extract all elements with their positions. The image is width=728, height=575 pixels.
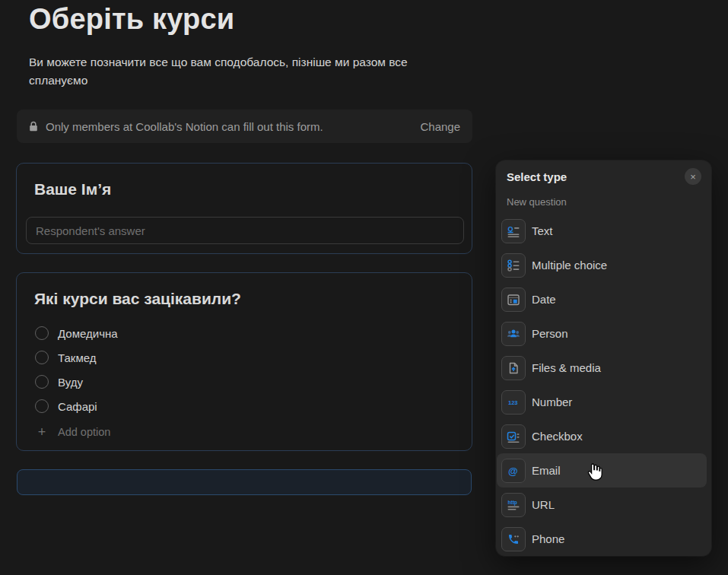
person-icon: [501, 322, 526, 346]
svg-text:123: 123: [508, 399, 518, 406]
type-label: Person: [532, 327, 568, 340]
question-card-name: Ваше Ім’я: [16, 163, 472, 254]
popup-section-label: New question: [507, 196, 567, 208]
type-option-number[interactable]: 123 Number: [497, 385, 707, 419]
radio-icon[interactable]: [35, 351, 49, 364]
form-builder-page: Оберіть курси Ви можете позначити все що…: [0, 0, 728, 575]
add-option-label: Add option: [58, 426, 110, 438]
popup-title: Select type: [507, 170, 567, 183]
option-row[interactable]: Домедична: [35, 321, 118, 345]
svg-text:@: @: [508, 465, 518, 476]
number-icon: 123: [501, 390, 526, 415]
email-icon: @: [501, 459, 526, 483]
type-label: URL: [532, 498, 555, 511]
type-label: Email: [532, 464, 561, 477]
type-option-person[interactable]: Person: [497, 316, 707, 351]
option-row[interactable]: Такмед: [35, 345, 118, 370]
radio-icon[interactable]: [35, 326, 49, 340]
type-list: Q Text: [497, 214, 707, 556]
question-title: Які курси вас зацікавили?: [34, 290, 241, 308]
plus-icon: +: [35, 425, 49, 439]
url-icon: http: [501, 493, 526, 517]
radio-icon[interactable]: [35, 375, 49, 389]
access-notice-text: Only members at Coollab's Notion can fil…: [46, 120, 412, 133]
type-option-phone[interactable]: Phone: [497, 522, 707, 556]
option-row[interactable]: Вуду: [35, 370, 118, 394]
option-row[interactable]: Сафарі: [35, 394, 118, 418]
options-list: Домедична Такмед Вуду Сафарі + Add optio…: [35, 321, 118, 444]
type-option-checkbox[interactable]: Checkbox: [497, 419, 707, 453]
type-option-url[interactable]: http URL: [497, 488, 707, 522]
question-title: Ваше Ім’я: [34, 180, 111, 199]
access-notice-bar: Only members at Coollab's Notion can fil…: [17, 110, 472, 143]
svg-text:http: http: [508, 500, 517, 506]
type-label: Number: [532, 396, 572, 408]
option-label: Сафарі: [58, 400, 97, 413]
type-option-text[interactable]: Q Text: [497, 214, 707, 248]
type-label: Date: [532, 293, 556, 306]
lock-icon: [29, 121, 38, 132]
question-card-courses: Які курси вас зацікавили? Домедична Такм…: [16, 272, 472, 451]
multiple-choice-icon: [501, 253, 526, 278]
files-media-icon: [501, 356, 526, 380]
checkbox-icon: [501, 424, 526, 449]
close-icon[interactable]: ×: [685, 168, 701, 185]
type-label: Multiple choice: [532, 259, 607, 272]
type-option-date[interactable]: Date: [497, 282, 707, 316]
date-icon: [501, 288, 526, 312]
type-option-files-media[interactable]: Files & media: [497, 351, 707, 385]
type-option-multiple-choice[interactable]: Multiple choice: [497, 248, 707, 282]
option-label: Такмед: [58, 351, 96, 364]
page-subtitle: Ви можете позначити все що вам сподобало…: [29, 53, 431, 90]
type-option-email[interactable]: @ Email: [497, 453, 707, 488]
radio-icon[interactable]: [35, 399, 49, 413]
page-title: Оберіть курси: [29, 3, 234, 36]
add-option-button[interactable]: + Add option: [35, 420, 118, 444]
change-access-button[interactable]: Change: [420, 120, 460, 133]
type-label: Files & media: [532, 361, 601, 374]
svg-text:Q: Q: [508, 225, 513, 233]
select-type-popup: Select type × New question Q Text: [496, 160, 711, 556]
type-label: Text: [532, 224, 553, 237]
type-label: Checkbox: [532, 430, 583, 443]
option-label: Вуду: [58, 376, 83, 389]
phone-icon: [501, 527, 526, 551]
type-label: Phone: [532, 532, 564, 545]
option-label: Домедична: [58, 327, 118, 340]
text-icon: Q: [501, 219, 526, 243]
answer-input[interactable]: [26, 217, 464, 244]
new-question-placeholder[interactable]: [17, 469, 472, 495]
